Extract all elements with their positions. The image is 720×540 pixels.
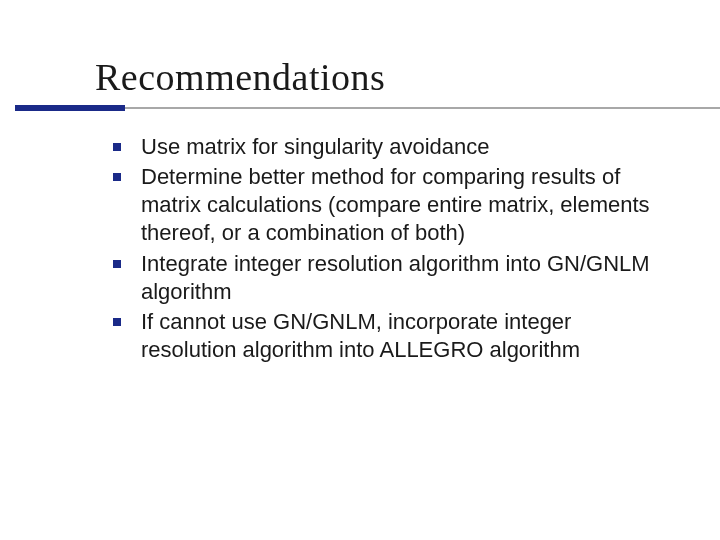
bullet-square-icon <box>113 260 121 268</box>
slide-title: Recommendations <box>95 55 670 99</box>
bullet-text: Determine better method for comparing re… <box>141 164 650 245</box>
bullet-text: Use matrix for singularity avoidance <box>141 134 489 159</box>
bullet-square-icon <box>113 173 121 181</box>
rule-blue-accent <box>15 105 125 111</box>
title-underline <box>15 105 720 111</box>
bullet-text: If cannot use GN/GNLM, incorporate integ… <box>141 309 580 362</box>
bullet-text: Integrate integer resolution algorithm i… <box>141 251 650 304</box>
bullet-square-icon <box>113 143 121 151</box>
bullet-square-icon <box>113 318 121 326</box>
list-item: Integrate integer resolution algorithm i… <box>113 250 670 306</box>
bullet-list: Use matrix for singularity avoidance Det… <box>95 133 670 364</box>
slide: Recommendations Use matrix for singulari… <box>0 0 720 540</box>
list-item: Use matrix for singularity avoidance <box>113 133 670 161</box>
list-item: If cannot use GN/GNLM, incorporate integ… <box>113 308 670 364</box>
list-item: Determine better method for comparing re… <box>113 163 670 247</box>
